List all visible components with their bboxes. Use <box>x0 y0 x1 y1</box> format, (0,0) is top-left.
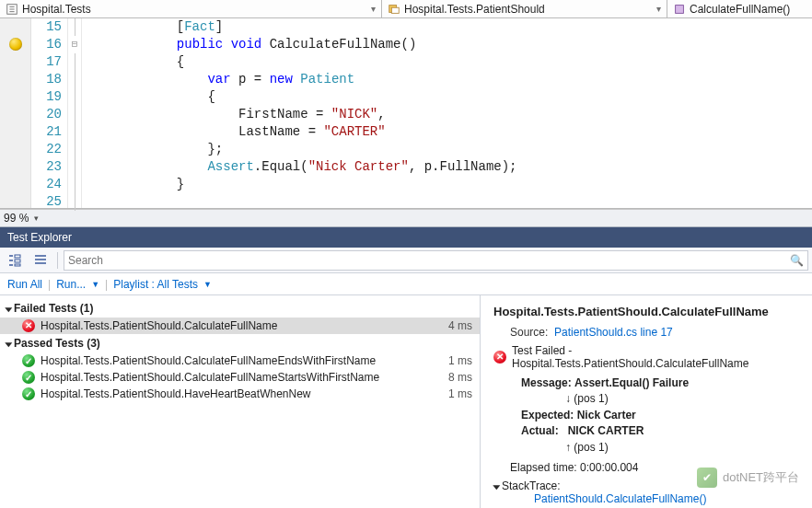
test-duration: 1 ms <box>441 387 472 400</box>
chevron-down-icon: ▾ <box>656 4 661 14</box>
nav-class-label: Hospital.Tests.PatientShould <box>404 3 653 16</box>
fail-line-text: Test Failed - Hospital.Tests.PatientShou… <box>512 344 801 370</box>
test-row[interactable]: ✓Hospital.Tests.PatientShould.CalculateF… <box>0 352 480 369</box>
watermark: ✔ dotNET跨平台 <box>697 468 799 488</box>
search-input[interactable] <box>68 254 790 267</box>
svg-rect-2 <box>391 7 399 13</box>
expand-icon[interactable] <box>5 307 12 312</box>
svg-rect-4 <box>15 255 20 258</box>
message-label: Message: <box>521 376 572 389</box>
nav-combo-row: Hospital.Tests ▾ Hospital.Tests.PatientS… <box>0 0 812 18</box>
test-explorer-toolbar: 🔍 <box>0 248 812 273</box>
outline-margin: ⊟ <box>68 18 82 208</box>
test-duration: 1 ms <box>441 354 472 367</box>
group-label: Passed Tests (3) <box>14 337 100 350</box>
nav-method-combo[interactable]: CalculateFullName() <box>667 0 812 17</box>
chevron-down-icon: ▾ <box>371 4 376 14</box>
actual-value: NICK CARTER <box>568 424 644 437</box>
watermark-text: dotNET跨平台 <box>723 469 799 486</box>
zoom-level[interactable]: 99 % <box>4 212 29 225</box>
stacktrace-link[interactable]: PatientShould.CalculateFullName() <box>534 492 706 505</box>
test-duration: 8 ms <box>441 371 472 384</box>
svg-rect-6 <box>15 264 20 266</box>
test-name: Hospital.Tests.PatientShould.HaveHeartBe… <box>41 387 435 400</box>
test-row[interactable]: ✓Hospital.Tests.PatientShould.CalculateF… <box>0 369 480 386</box>
fail-icon: ✕ <box>22 319 35 332</box>
code-content[interactable]: [Fact] public void CalculateFullName() {… <box>82 18 812 208</box>
message-value: Assert.Equal() Failure <box>574 376 689 389</box>
test-row[interactable]: ✓Hospital.Tests.PatientShould.HaveHeartB… <box>0 386 480 402</box>
test-explorer-body: Failed Tests (1)✕Hospital.Tests.PatientS… <box>0 295 812 508</box>
glyph-margin <box>0 18 31 208</box>
test-explorer-linkbar: Run All | Run... ▼ | Playlist : All Test… <box>0 273 812 295</box>
test-explorer-header: Test Explorer <box>0 227 812 248</box>
test-name: Hospital.Tests.PatientShould.CalculateFu… <box>41 354 435 367</box>
svg-rect-5 <box>15 260 20 262</box>
test-name: Hospital.Tests.PatientShould.CalculateFu… <box>41 319 435 332</box>
nav-class-combo[interactable]: Hospital.Tests.PatientShould ▾ <box>382 0 667 17</box>
namespace-icon <box>6 3 18 16</box>
run-all-link[interactable]: Run All <box>7 278 42 291</box>
expand-icon[interactable] <box>493 485 500 490</box>
expand-icon[interactable] <box>5 342 12 347</box>
search-box[interactable]: 🔍 <box>64 250 808 271</box>
passed-tests-group[interactable]: Passed Tests (3) <box>0 334 480 352</box>
test-explorer-title: Test Explorer <box>7 231 72 244</box>
source-link[interactable]: PatientShould.cs line 17 <box>554 326 673 339</box>
stacktrace-label: StackTrace: <box>502 479 561 492</box>
expected-label: Expected: <box>521 409 574 421</box>
code-editor[interactable]: 1516171819202122232425 ⊟ [Fact] public v… <box>0 18 812 209</box>
zoom-bar: 99 % ▾ <box>0 209 812 227</box>
watermark-icon: ✔ <box>697 468 717 488</box>
playlist-link[interactable]: Playlist : All Tests <box>113 278 198 291</box>
pos-down: ↓ (pos 1) <box>521 391 801 407</box>
svg-rect-3 <box>676 5 684 13</box>
pos-up: ↑ (pos 1) <box>521 440 801 456</box>
test-duration: 4 ms <box>441 319 472 332</box>
group-label: Failed Tests (1) <box>14 302 93 315</box>
chevron-down-icon[interactable]: ▾ <box>34 214 39 223</box>
test-detail-pane: Hospital.Tests.PatientShould.CalculateFu… <box>481 295 812 508</box>
search-icon[interactable]: 🔍 <box>790 254 804 267</box>
pass-icon: ✓ <box>22 387 35 400</box>
pass-icon: ✓ <box>22 371 35 384</box>
nav-method-label: CalculateFullName() <box>690 3 806 16</box>
run-link[interactable]: Run... <box>56 278 86 291</box>
test-row[interactable]: ✕Hospital.Tests.PatientShould.CalculateF… <box>0 318 480 334</box>
test-indicator-icon[interactable] <box>9 38 22 51</box>
pass-icon: ✓ <box>22 354 35 367</box>
nav-namespace-combo[interactable]: Hospital.Tests ▾ <box>0 0 382 17</box>
group-by-button[interactable] <box>4 250 26 271</box>
chevron-down-icon[interactable]: ▼ <box>203 280 212 289</box>
toolbar-separator <box>57 252 58 269</box>
detail-title: Hospital.Tests.PatientShould.CalculateFu… <box>493 305 801 318</box>
list-view-button[interactable] <box>29 250 52 271</box>
method-icon <box>673 3 686 16</box>
fail-icon: ✕ <box>493 351 506 364</box>
nav-namespace-label: Hospital.Tests <box>22 3 367 16</box>
expected-value: Nick Carter <box>577 409 636 421</box>
test-tree[interactable]: Failed Tests (1)✕Hospital.Tests.PatientS… <box>0 295 481 508</box>
chevron-down-icon[interactable]: ▼ <box>91 280 99 289</box>
actual-label: Actual: <box>521 424 559 437</box>
source-label: Source: <box>510 326 548 339</box>
line-number-gutter: 1516171819202122232425 <box>31 18 68 208</box>
test-name: Hospital.Tests.PatientShould.CalculateFu… <box>41 371 435 384</box>
class-icon <box>388 3 400 16</box>
failed-tests-group[interactable]: Failed Tests (1) <box>0 299 480 318</box>
